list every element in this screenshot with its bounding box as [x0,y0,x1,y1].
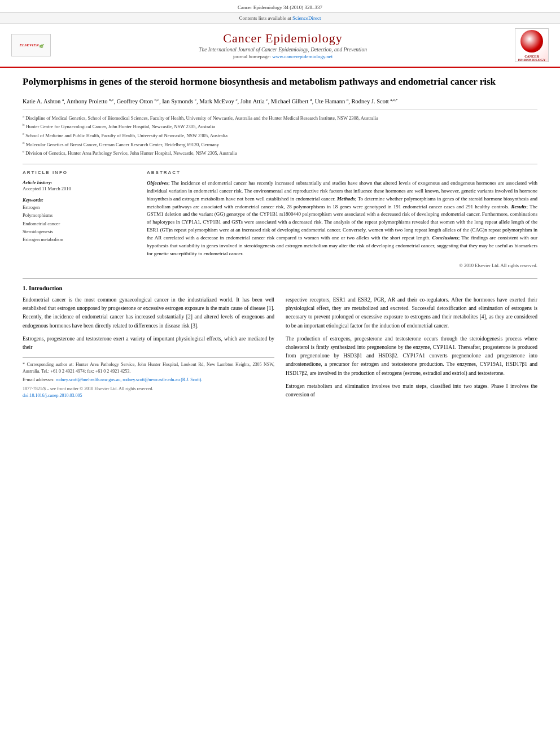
abstract-conclusions-label: Conclusions [432,235,458,241]
article-info-col: ARTICLE INFO Article history: Accepted 1… [23,170,135,268]
intro-para3: respective receptors, ESR1 and ESR2, PGR… [286,296,537,330]
article-title: Polymorphisms in genes of the steroid ho… [23,76,537,91]
footnote-corresponding: * Corresponding author at: Hunter Area P… [23,361,274,375]
article-info-section-label: ARTICLE INFO [23,170,135,175]
body-divider [23,278,537,279]
abstract-methods-label: Methods [337,196,355,202]
authors-text: Katie A. Ashton a, Anthony Proietto b,c,… [23,98,398,104]
intro-para5: Estrogen metabolism and elimination invo… [286,382,537,399]
doi-line: doi:10.1016/j.canep.2010.03.005 [23,392,274,399]
journal-subtitle: The International Journal of Cancer Epid… [51,47,515,53]
history-label: Article history: [23,180,135,185]
journal-title: Cancer Epidemiology [51,31,515,46]
keyword-4: Steroidogenesis [23,228,135,235]
article-body: Polymorphisms in genes of the steroid ho… [0,68,560,415]
sciencedirect-link[interactable]: ScienceDirect [292,15,321,21]
intro-right-col: respective receptors, ESR1 and ESR2, PGR… [286,296,537,404]
intro-para1: Endometrial cancer is the most common gy… [23,296,274,330]
journal-banner-left: ELSEVIER 🌿 [11,34,51,56]
keywords-list: Estrogen Polymorphisms Endometrial cance… [23,203,135,244]
journal-citation: Cancer Epidemiology 34 (2010) 328–337 [238,5,322,10]
journal-citation-bar: Cancer Epidemiology 34 (2010) 328–337 [0,0,560,13]
homepage-url[interactable]: www.cancerepidemiology.net [272,54,333,59]
affiliation-b: b Hunter Centre for Gynaecological Cance… [23,122,537,130]
content-available-bar: Contents lists available at ScienceDirec… [0,13,560,24]
page-container: Cancer Epidemiology 34 (2010) 328–337 Co… [0,0,560,747]
homepage-label: journal homepage: [233,54,271,59]
intro-left-col: Endometrial cancer is the most common gy… [23,296,274,404]
copyright-line: © 2010 Elsevier Ltd. All rights reserved… [147,263,537,268]
journal-title-block: Cancer Epidemiology The International Jo… [51,31,515,59]
email1-link[interactable]: rodney.scott@hnehealth.nsw.gov.au, [56,377,122,382]
intro-para2: Estrogens, progesterone and testosterone… [23,335,274,352]
affiliation-a: a Discipline of Medical Genetics, School… [23,113,537,122]
footnote-email: E-mail addresses: rodney.scott@hnehealth… [23,377,274,383]
keywords-label: Keywords: [23,197,135,203]
article-info-abstract: ARTICLE INFO Article history: Accepted 1… [23,164,537,268]
abstract-section-label: ABSTRACT [147,170,537,175]
affiliation-c: c School of Medicine and Public Health, … [23,131,537,139]
logo-text: CANCEREPIDEMIOLOGY [518,55,546,62]
contents-label: Contents lists available at [239,15,291,21]
intro-number: 1. [23,285,27,291]
keyword-3: Endometrial cancer [23,220,135,228]
abstract-text: Objectives; The incidence of endometrial… [147,180,537,258]
keyword-2: Polymorphisms [23,211,135,219]
authors-line: Katie A. Ashton a, Anthony Proietto b,c,… [23,97,537,106]
journal-homepage: journal homepage: www.cancerepidemiology… [51,54,515,59]
email-label: E-mail addresses: [23,377,55,382]
abstract-col: ABSTRACT Objectives; The incidence of en… [147,170,537,268]
keyword-1: Estrogen [23,203,135,211]
accepted-date: Accepted 11 March 2010 [23,186,135,191]
journal-banner: ELSEVIER 🌿 Cancer Epidemiology The Inter… [0,24,560,68]
article-history: Article history: Accepted 11 March 2010 [23,180,135,191]
keyword-5: Estrogen metabolism [23,235,135,243]
affiliation-e: e Division of Genetics, Hunter Area Path… [23,148,537,157]
abstract-objectives-label: Objectives [147,180,168,186]
intro-body-cols: Endometrial cancer is the most common gy… [23,296,537,404]
abstract-results-label: Results [511,204,526,209]
elsevier-logo: ELSEVIER 🌿 [11,34,51,56]
affiliations: a Discipline of Medical Genetics, School… [23,110,537,157]
intro-title: Introduction [29,285,63,291]
intro-para4: The production of estrogens, progesteron… [286,335,537,378]
journal-logo-circle [520,30,543,53]
footnote-area: * Corresponding author at: Hunter Area P… [23,357,274,399]
affiliation-d: d Molecular Genetics of Breast Cancer, G… [23,140,537,148]
intro-heading: 1. Introduction [23,285,537,291]
keywords-block: Keywords: Estrogen Polymorphisms Endomet… [23,197,135,244]
email2-link[interactable]: rodney.scott@newcastle.edu.au (R.J. Scot… [123,377,202,382]
issn-line: 1877-7821/$ – see front matter © 2010 El… [23,386,274,392]
journal-logo-right: CANCEREPIDEMIOLOGY [515,28,549,62]
